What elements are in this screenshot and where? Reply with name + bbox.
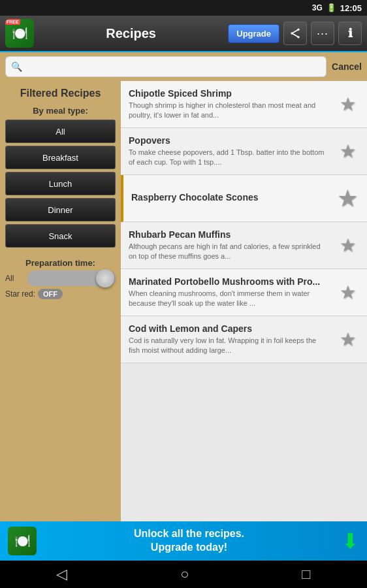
recipe-item-highlighted[interactable]: Raspberry Chocolate Scones ★ bbox=[121, 175, 367, 222]
nav-menu-button[interactable]: ··· bbox=[311, 22, 334, 45]
app-icon-graphic: 🍽️ bbox=[12, 25, 28, 41]
ad-banner[interactable]: 🍽️ Unlock all the recipes.Upgrade today!… bbox=[0, 521, 367, 561]
star-icon: ★ bbox=[337, 185, 358, 212]
nav-info-button[interactable]: ℹ bbox=[338, 22, 362, 45]
ad-icon: 🍽️ bbox=[8, 527, 37, 555]
meal-btn-lunch[interactable]: Lunch bbox=[5, 172, 116, 195]
bottom-nav: ◁ ○ □ bbox=[0, 561, 367, 588]
meal-btn-snack[interactable]: Snack bbox=[5, 224, 116, 248]
back-button[interactable]: ◁ bbox=[56, 566, 67, 583]
signal-text: 3G bbox=[312, 3, 323, 12]
nav-title: Recipes bbox=[38, 26, 224, 41]
star-icon: ★ bbox=[340, 282, 356, 303]
svg-line-4 bbox=[292, 33, 298, 37]
star-button[interactable]: ★ bbox=[336, 93, 359, 116]
recipe-item[interactable]: Marinated Portobello Mushrooms with Pro.… bbox=[121, 269, 367, 316]
top-nav-bar: FREE 🍽️ Recipes Upgrade ··· ℹ bbox=[0, 16, 367, 52]
meal-btn-dinner[interactable]: Dinner bbox=[5, 198, 116, 221]
meal-btn-all[interactable]: All bbox=[5, 120, 116, 143]
cancel-button[interactable]: Cancel bbox=[332, 61, 362, 72]
sidebar: Filtered Recipes By meal type: All Break… bbox=[0, 81, 121, 521]
star-icon: ★ bbox=[340, 140, 356, 162]
filtered-title: Filtered Recipes bbox=[5, 88, 116, 99]
recipe-text: Marinated Portobello Mushrooms with Pro.… bbox=[129, 276, 329, 309]
starred-row: Star red: OFF bbox=[5, 289, 116, 299]
recipe-text: Raspberry Chocolate Scones bbox=[131, 192, 329, 204]
prep-all-label: All bbox=[5, 274, 24, 283]
star-button[interactable]: ★ bbox=[336, 140, 359, 163]
time-text: 12:05 bbox=[340, 3, 362, 13]
main-content: Filtered Recipes By meal type: All Break… bbox=[0, 81, 367, 521]
upgrade-button[interactable]: Upgrade bbox=[228, 24, 279, 43]
recipe-text: Popovers To make cheese popovers, add 1 … bbox=[129, 135, 329, 168]
recipe-desc: When cleaning mushrooms, don't immerse t… bbox=[129, 289, 329, 309]
ad-text: Unlock all the recipes.Upgrade today! bbox=[43, 527, 335, 555]
recents-button[interactable]: □ bbox=[302, 566, 310, 583]
starred-toggle[interactable]: OFF bbox=[38, 289, 63, 299]
prep-time-slider[interactable] bbox=[27, 270, 116, 286]
recipe-desc: Cod is naturally very low in fat. Wrappi… bbox=[129, 336, 329, 356]
ad-arrow-icon: ⬇ bbox=[342, 529, 359, 553]
recipe-item[interactable]: Rhubarb Pecan Muffins Although pecans ar… bbox=[121, 222, 367, 269]
search-icon: 🔍 bbox=[11, 61, 22, 72]
star-button[interactable]: ★ bbox=[336, 234, 359, 257]
recipe-text: Cod with Lemon and Capers Cod is natural… bbox=[129, 323, 329, 356]
starred-label: Star red: bbox=[5, 289, 35, 299]
recipe-text: Rhubarb Pecan Muffins Although pecans ar… bbox=[129, 229, 329, 262]
recipe-item[interactable]: Popovers To make cheese popovers, add 1 … bbox=[121, 128, 367, 175]
meal-type-label: By meal type: bbox=[5, 106, 116, 116]
prep-section: Preparation time: All Star red: OFF bbox=[5, 258, 116, 299]
svg-line-3 bbox=[292, 29, 298, 33]
recipe-desc: To make cheese popovers, add 1 Tbsp. bat… bbox=[129, 148, 329, 168]
back-icon: ◁ bbox=[56, 566, 67, 583]
search-input-container[interactable]: 🔍 bbox=[5, 56, 327, 77]
recipe-name: Chipotle Spiced Shrimp bbox=[129, 88, 329, 99]
star-icon: ★ bbox=[340, 93, 356, 115]
info-icon: ℹ bbox=[348, 26, 353, 41]
star-icon: ★ bbox=[340, 235, 356, 256]
recipe-item[interactable]: Chipotle Spiced Shrimp Though shrimp is … bbox=[121, 81, 367, 128]
nav-icon-btn-share[interactable] bbox=[283, 22, 307, 45]
recipe-desc: Although pecans are high in fat and calo… bbox=[129, 242, 329, 262]
dots-icon: ··· bbox=[317, 27, 328, 41]
recipe-name: Popovers bbox=[129, 135, 329, 146]
home-icon: ○ bbox=[180, 566, 189, 583]
home-button[interactable]: ○ bbox=[180, 566, 189, 583]
recipe-item[interactable]: Cod with Lemon and Capers Cod is natural… bbox=[121, 316, 367, 363]
search-bar: 🔍 Cancel bbox=[0, 52, 367, 81]
recipe-list: Chipotle Spiced Shrimp Though shrimp is … bbox=[121, 81, 367, 521]
star-icon: ★ bbox=[340, 329, 356, 350]
recipe-text: Chipotle Spiced Shrimp Though shrimp is … bbox=[129, 88, 329, 121]
recipe-name: Marinated Portobello Mushrooms with Pro.… bbox=[129, 276, 329, 287]
slider-thumb bbox=[96, 269, 114, 287]
prep-row: All bbox=[5, 270, 116, 286]
battery-icon: 🔋 bbox=[327, 3, 336, 12]
star-button[interactable]: ★ bbox=[336, 328, 359, 351]
status-bar: 3G 🔋 12:05 bbox=[0, 0, 367, 16]
recents-icon: □ bbox=[302, 566, 310, 583]
recipe-name: Raspberry Chocolate Scones bbox=[131, 192, 329, 203]
star-button[interactable]: ★ bbox=[336, 281, 359, 304]
recipe-desc: Though shrimp is higher in cholesterol t… bbox=[129, 101, 329, 121]
app-icon: FREE 🍽️ bbox=[5, 19, 34, 48]
prep-time-label: Preparation time: bbox=[5, 258, 116, 268]
free-badge: FREE bbox=[5, 19, 20, 25]
star-button[interactable]: ★ bbox=[336, 187, 359, 210]
recipe-name: Rhubarb Pecan Muffins bbox=[129, 229, 329, 240]
meal-btn-breakfast[interactable]: Breakfast bbox=[5, 146, 116, 169]
recipe-name: Cod with Lemon and Capers bbox=[129, 323, 329, 334]
